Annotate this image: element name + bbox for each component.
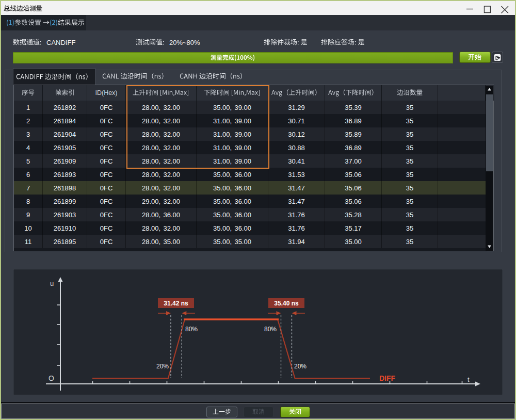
svg-text:u: u — [50, 280, 54, 287]
svg-text:t: t — [467, 376, 470, 383]
svg-text:O: O — [49, 374, 54, 382]
svg-text:80%: 80% — [264, 326, 277, 333]
svg-text:20%: 20% — [156, 363, 169, 370]
svg-text:31.42 ns: 31.42 ns — [164, 300, 188, 307]
svg-text:DIFF: DIFF — [379, 374, 396, 382]
svg-text:20%: 20% — [294, 363, 307, 370]
svg-text:35.40 ns: 35.40 ns — [274, 300, 299, 307]
svg-text:80%: 80% — [185, 326, 198, 333]
